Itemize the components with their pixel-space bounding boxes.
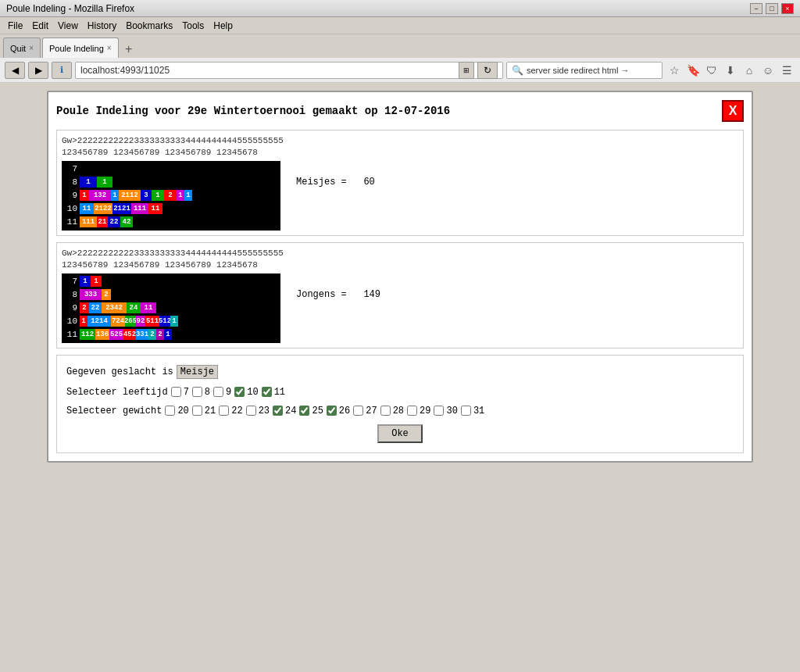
boys-chart-section: Gw>2222222222233333333334444444444555555… [56,242,744,349]
age-9-checkbox[interactable] [213,387,223,397]
reload-button[interactable]: ↻ [477,62,498,79]
info-button[interactable]: ℹ [52,62,72,79]
tab-quit[interactable]: Quit × [3,38,41,58]
boys-bar-8-1: 333 [80,289,102,300]
forward-button[interactable]: ▶ [28,62,48,79]
url-text: localhost:4993/11025 [80,65,455,76]
back-button[interactable]: ◀ [5,62,25,79]
close-button[interactable]: × [781,3,794,14]
boys-bar-11-3: 525 [109,329,123,340]
boys-row-label-8: 8 [63,290,77,299]
search-box[interactable]: 🔍 server side redirect html → [506,62,662,79]
row-label-9: 9 [63,191,77,200]
w25-checkbox[interactable] [299,406,309,416]
girls-chart-section: Gw>2222222222233333333334444444444555555… [56,130,744,236]
bar-11-4: 42 [120,216,133,227]
boys-bar-9-3: 2342 [102,302,127,313]
boys-stat: Jongens = 149 [296,273,380,300]
menu-history[interactable]: History [83,19,121,33]
w26-checkbox[interactable] [327,406,337,416]
age-label: Selecteer leeftijd [66,387,168,398]
new-tab-button[interactable]: + [120,41,138,58]
menu-icon[interactable]: ☰ [778,62,795,79]
w29-checkbox[interactable] [407,406,417,416]
girls-chart-grid: 7 8 1 1 9 1 132 1 2112 3 [62,161,280,231]
menu-view[interactable]: View [53,19,83,33]
w27-label: 27 [366,406,377,416]
emoji-icon[interactable]: ☺ [759,62,777,79]
age-11-checkbox[interactable] [262,387,272,397]
toolbar-icons: ☆ 🔖 🛡 ⬇ ⌂ ☺ ☰ [666,62,795,79]
close-x-button[interactable]: X [722,100,744,122]
page-title-row: Poule Indeling voor 29e Wintertoernooi g… [56,100,744,122]
weight-row: Selecteer gewicht 20 21 22 23 [66,406,734,416]
boys-chart-header: Gw>2222222222233333333334444444444555555… [62,248,738,272]
w23-checkbox[interactable] [246,406,256,416]
menu-help[interactable]: Help [209,19,238,33]
home-icon[interactable]: ⌂ [741,62,758,79]
boys-row-label-7: 7 [63,277,77,286]
w23-label: 23 [259,406,270,416]
w31-label: 31 [473,406,484,416]
boys-bar-10-2: 1214 [88,316,111,327]
w30-label: 30 [446,406,457,416]
w20-label: 20 [177,406,188,416]
bar-9-1: 1 [80,190,89,201]
w24-checkbox[interactable] [273,406,283,416]
boys-header-line2: 123456789 123456789 123456789 12345678 [62,259,738,271]
age-10-label: 10 [247,387,258,398]
bar-9-8: 1 [177,190,184,201]
bar-10-5: 11 [148,203,162,214]
w22-label: 22 [231,406,242,416]
girls-chart-container: 7 8 1 1 9 1 132 1 2112 3 [62,161,738,231]
girls-header-line1: Gw>2222222222233333333334444444444555555… [62,135,738,147]
w22-checkbox[interactable] [219,406,229,416]
oke-button[interactable]: Oke [377,424,423,443]
age-8-checkbox[interactable] [192,387,202,397]
shield-icon[interactable]: 🛡 [703,62,720,79]
chart-row-girls-8: 8 1 1 [63,176,279,188]
boys-bar-8-2: 2 [102,289,111,300]
w30-checkbox[interactable] [434,406,444,416]
window-controls[interactable]: − □ × [750,3,794,14]
w21-checkbox[interactable] [192,406,202,416]
bar-9-3: 1 [111,190,119,201]
menu-tools[interactable]: Tools [177,19,209,33]
w27-checkbox[interactable] [353,406,363,416]
boys-bar-10-1: 1 [80,316,88,327]
bar-8-1: 1 [80,177,97,188]
chart-row-boys-9: 9 2 22 2342 24 11 [63,302,279,314]
bar-10-1: 11 [80,203,94,214]
w20-checkbox[interactable] [165,406,175,416]
chart-row-girls-9: 9 1 132 1 2112 3 1 2 1 1 [63,189,279,202]
download-icon[interactable]: ⬇ [722,62,739,79]
boys-row-label-9: 9 [63,303,77,313]
age-row: Selecteer leeftijd 7 8 9 10 [66,387,734,398]
url-box[interactable]: localhost:4993/11025 ⊞ ↻ [75,62,503,79]
tab-poule-indeling[interactable]: Poule Indeling × [42,38,119,58]
age-9-label: 9 [226,387,231,398]
weight-label: Selecteer gewicht [66,406,162,416]
tab-quit-close[interactable]: × [29,44,34,52]
menu-edit[interactable]: Edit [27,19,53,33]
row-label-11: 11 [63,217,77,227]
minimize-button[interactable]: − [750,3,762,14]
tab-poule-close[interactable]: × [107,44,112,52]
chart-row-boys-11: 11 112 136 525 452 331 2 2 1 [63,328,279,341]
menu-file[interactable]: File [3,19,27,33]
bookmark-list-icon[interactable]: 🔖 [684,62,702,79]
boys-bar-10-3: 724 [111,316,125,327]
w31-group: 31 [461,406,484,416]
page-content: Poule Indeling voor 29e Wintertoernooi g… [0,83,800,645]
w30-group: 30 [434,406,457,416]
menu-bookmarks[interactable]: Bookmarks [121,19,177,33]
age-7-checkbox[interactable] [171,387,181,397]
boys-bar-9-5: 11 [141,302,156,313]
w31-checkbox[interactable] [461,406,471,416]
bookmark-star-icon[interactable]: ☆ [666,62,683,79]
w28-checkbox[interactable] [380,406,391,416]
maximize-button[interactable]: □ [766,3,778,14]
view-source-button[interactable]: ⊞ [459,62,474,79]
boys-chart-container: 7 1 1 8 333 2 9 2 22 2342 [62,273,738,343]
age-10-checkbox[interactable] [234,387,245,397]
